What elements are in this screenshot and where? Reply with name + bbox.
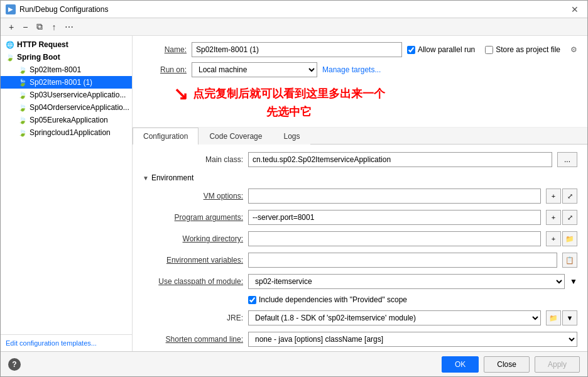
run-config-icon-sp03: 🍃 [18, 91, 27, 99]
http-request-category[interactable]: 🌐 HTTP Request [1, 38, 132, 51]
bottom-right: OK Close Apply [442, 356, 580, 373]
config-panel: Name: Allow parallel run Store as projec… [133, 36, 587, 351]
spring-boot-label: Spring Boot [17, 53, 60, 62]
program-args-input[interactable] [248, 210, 541, 225]
close-button[interactable]: Close [484, 356, 530, 373]
bottom-bar: ? OK Close Apply [1, 351, 587, 376]
copy-config-button[interactable]: ⧉ [33, 19, 46, 34]
tab-logs[interactable]: Logs [273, 128, 310, 145]
sidebar-item-sp05[interactable]: 🍃 Sp05EurekaApplication [1, 114, 132, 126]
apply-button[interactable]: Apply [535, 356, 580, 373]
include-deps-row: Include dependencies with "Provided" sco… [248, 295, 577, 304]
manage-targets-link[interactable]: Manage targets... [322, 65, 381, 74]
tab-code-coverage[interactable]: Code Coverage [199, 128, 273, 145]
annotation-line2: 先选中它 [193, 104, 385, 119]
run-config-selected-icon: 🍃 [18, 79, 27, 87]
allow-parallel-text: Allow parallel run [418, 45, 475, 54]
main-content: 🌐 HTTP Request 🍃 Spring Boot 🍃 Sp02Item-… [1, 36, 587, 351]
run-config-icon-sp04: 🍃 [18, 104, 27, 112]
run-debug-configurations-dialog: ▶ Run/Debug Configurations ✕ + − ⧉ ↑ ⋯ 🌐… [0, 0, 588, 377]
spring-boot-category[interactable]: 🍃 Spring Boot [1, 51, 132, 63]
include-deps-checkbox[interactable] [248, 296, 256, 304]
shorten-cmd-select[interactable]: none - java [options] className [args] [248, 332, 577, 347]
working-dir-label: Working directory: [143, 234, 243, 243]
working-dir-buttons: + 📁 [546, 231, 577, 246]
add-config-button[interactable]: + [6, 20, 17, 34]
sidebar-item-sp04-label: Sp04OrderserviceApplicatio... [30, 103, 129, 112]
working-dir-row: Working directory: + 📁 [143, 231, 577, 246]
jre-buttons: 📁 ▼ [546, 310, 577, 325]
vm-options-expand-button[interactable]: ⤢ [562, 188, 577, 204]
run-on-row: Run on: Local machine Manage targets... [143, 62, 577, 77]
allow-parallel-label[interactable]: Allow parallel run [407, 45, 475, 54]
tabs-bar: Configuration Code Coverage Logs [133, 128, 587, 145]
vm-options-label: VM options: [143, 192, 243, 200]
sidebar-item-sp03[interactable]: 🍃 Sp03UserserviceApplicatio... [1, 89, 132, 101]
name-input[interactable] [192, 42, 402, 57]
env-vars-browse-button[interactable]: 📋 [562, 253, 577, 268]
config-tree: 🌐 HTTP Request 🍃 Spring Boot 🍃 Sp02Item-… [1, 36, 132, 334]
store-as-project-text: Store as project file [496, 45, 560, 54]
title-bar-left: ▶ Run/Debug Configurations [6, 4, 108, 14]
environment-section-header[interactable]: ▼ Environment [143, 173, 577, 182]
program-args-add-button[interactable]: + [546, 210, 561, 225]
annotation-line1: 点完复制后就可以看到这里多出来一个 [193, 84, 385, 104]
vm-options-add-button[interactable]: + [546, 188, 561, 204]
working-dir-browse-button[interactable]: 📁 [562, 231, 577, 246]
toolbar: + − ⧉ ↑ ⋯ [1, 18, 587, 36]
name-label: Name: [143, 45, 187, 54]
arrow-icon: ↘ [173, 84, 188, 104]
ok-button[interactable]: OK [442, 356, 479, 373]
sidebar-item-sp02item-8001[interactable]: 🍃 Sp02Item-8001 [1, 63, 132, 76]
sidebar-item-springcloud1[interactable]: 🍃 Springcloud1Application [1, 126, 132, 139]
gear-icon[interactable]: ⚙ [570, 45, 577, 54]
sidebar-item-sp03-label: Sp03UserserviceApplicatio... [30, 90, 126, 99]
jre-row: JRE: Default (1.8 - SDK of 'sp02-itemser… [143, 310, 577, 325]
config-header: Name: Allow parallel run Store as projec… [133, 36, 587, 128]
close-window-button[interactable]: ✕ [567, 3, 582, 16]
environment-label: Environment [151, 173, 193, 182]
header-options: Allow parallel run Store as project file… [407, 45, 577, 54]
store-as-project-checkbox[interactable] [485, 46, 493, 54]
sidebar-item-sp02item-8001-1[interactable]: 🍃 Sp02Item-8001 (1) [1, 76, 132, 89]
move-up-button[interactable]: ↑ [48, 20, 59, 34]
module-select[interactable]: sp02-itemservice [248, 274, 565, 289]
working-dir-add-button[interactable]: + [546, 231, 561, 246]
spring-boot-icon: 🍃 [6, 53, 14, 62]
sidebar-item-springcloud1-label: Springcloud1Application [30, 128, 111, 137]
program-args-expand-button[interactable]: ⤢ [562, 210, 577, 225]
main-class-browse-button[interactable]: ... [557, 152, 577, 167]
main-class-label: Main class: [143, 155, 243, 164]
program-args-label: Program arguments: [143, 213, 243, 222]
annotation-block: 点完复制后就可以看到这里多出来一个 先选中它 [193, 84, 385, 119]
shorten-cmd-row: Shorten command line: none - java [optio… [143, 332, 577, 347]
store-as-project-label[interactable]: Store as project file [485, 45, 560, 54]
sidebar-item-sp04[interactable]: 🍃 Sp04OrderserviceApplicatio... [1, 101, 132, 114]
sidebar-footer: Edit configuration templates... [1, 334, 132, 351]
app-icon: ▶ [6, 4, 16, 14]
jre-label: JRE: [143, 314, 243, 322]
jre-browse-button[interactable]: 📁 [546, 310, 561, 325]
sidebar: 🌐 HTTP Request 🍃 Spring Boot 🍃 Sp02Item-… [1, 36, 133, 351]
edit-templates-link[interactable]: Edit configuration templates... [6, 339, 97, 347]
tab-configuration[interactable]: Configuration [133, 128, 199, 145]
jre-dropdown-button[interactable]: ▼ [562, 310, 577, 325]
jre-select[interactable]: Default (1.8 - SDK of 'sp02-itemservice'… [248, 310, 541, 325]
config-body: Main class: ... ▼ Environment VM options… [133, 145, 587, 351]
run-config-icon-sc1: 🍃 [18, 129, 27, 137]
http-request-icon: 🌐 [6, 41, 14, 49]
program-args-buttons: + ⤢ [546, 210, 577, 225]
main-class-input[interactable] [248, 152, 552, 167]
run-on-select[interactable]: Local machine [192, 62, 317, 77]
bottom-left: ? [8, 358, 21, 371]
working-dir-input[interactable] [248, 231, 541, 246]
remove-config-button[interactable]: − [19, 20, 31, 34]
sidebar-item-selected-label: Sp02Item-8001 (1) [30, 78, 92, 87]
help-button[interactable]: ? [8, 358, 21, 371]
vm-options-input[interactable] [248, 188, 541, 204]
env-vars-input[interactable] [248, 253, 557, 268]
allow-parallel-checkbox[interactable] [407, 46, 415, 54]
sidebar-item-sp05-label: Sp05EurekaApplication [30, 116, 108, 124]
more-button[interactable]: ⋯ [62, 20, 77, 34]
dialog-title: Run/Debug Configurations [19, 5, 108, 14]
